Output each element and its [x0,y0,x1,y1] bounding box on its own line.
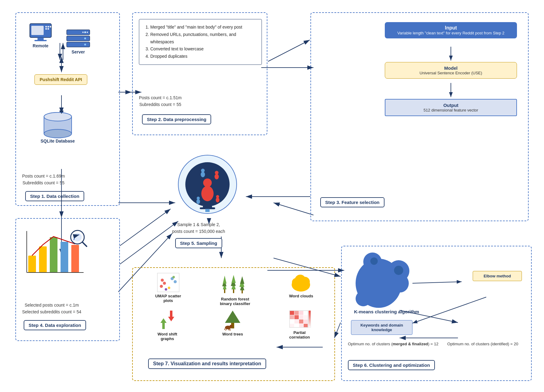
svg-rect-105 [304,311,308,315]
svg-point-67 [160,285,163,288]
svg-rect-117 [304,324,308,327]
svg-line-128 [412,297,486,323]
step1-stats: Posts count = c.1.69mSubreddits count = … [22,173,65,186]
forest-item: Random forestbinary classifier [220,272,250,306]
svg-point-29 [84,37,86,39]
output-box: Output 512 dimensional feature vector [385,99,517,116]
step1-box: Remote Server Pushshift Reddit API [15,12,120,206]
svg-marker-93 [225,311,240,323]
svg-point-96 [230,325,233,328]
cloud-icon [290,272,313,292]
svg-rect-114 [290,324,294,327]
svg-point-48 [215,174,219,179]
wordtree-item: Word trees [220,309,245,341]
svg-rect-113 [304,319,308,323]
svg-rect-115 [294,324,299,327]
svg-line-97 [224,328,225,330]
step4-box: Selected posts count = c.1mSelected subr… [15,218,120,341]
svg-point-32 [85,32,86,33]
scatter-icon [157,272,180,292]
keywords-box: Keywords and domain knowledge [351,320,412,335]
wordcloud-item: Word clouds [289,272,313,306]
step5-label: Step 5. Sampling [175,238,222,248]
correlation-item: Partialcorrelation [288,309,311,341]
svg-point-30 [84,44,86,45]
forest-label: Random forestbinary classifier [220,297,250,306]
step1-label: Step 1. Data collection [25,191,84,201]
umap-label: UMAP scatterplots [155,294,181,303]
input-box: Input Variable length "clean text" for e… [385,22,517,38]
svg-rect-58 [50,237,57,272]
svg-marker-92 [168,311,174,321]
svg-point-69 [161,279,164,282]
person-figure [172,151,243,218]
step2-label: Step 2. Data preprocessing [142,114,211,124]
svg-rect-86 [242,290,243,293]
step6-box: K-means clustering algorithm Elbow metho… [341,246,532,381]
svg-point-52 [216,198,219,202]
svg-point-23 [45,28,47,30]
svg-point-50 [196,199,200,204]
step4-stats: Selected posts count = c.1mSelected subr… [22,302,81,316]
svg-rect-102 [290,311,294,315]
step3-label: Step 3. Feature selection [320,197,384,207]
svg-marker-85 [240,276,244,284]
heatmap-icon [288,309,311,329]
svg-point-33 [87,32,88,33]
model-box: Model Universal Sentence Encoder (USE) [385,62,517,79]
step5-area: Sample 1 & Sample 2,posts count = 150,00… [172,221,225,248]
step5-stats: Sample 1 & Sample 2,posts count = 150,00… [172,221,225,235]
preprocessing-steps: Merged "title" and "main text body" of e… [139,19,262,65]
tree-icon [220,309,245,331]
svg-point-37 [44,112,72,121]
step3-box: Input Variable length "clean text" for e… [310,12,529,221]
step2-stats: Posts count = c.1.51mSubreddits count = … [139,94,182,108]
svg-point-21 [50,26,51,28]
svg-rect-78 [224,289,225,293]
api-label: Pushshift Reddit API [34,74,87,85]
svg-rect-110 [290,319,294,323]
step4-label: Step 4. Data exploration [24,320,86,330]
svg-point-124 [394,266,403,275]
svg-rect-116 [299,324,303,327]
svg-rect-82 [233,289,234,293]
svg-rect-17 [37,37,44,40]
svg-rect-112 [299,319,303,323]
svg-point-74 [165,288,167,291]
svg-point-19 [45,26,47,28]
svg-point-68 [163,282,166,285]
svg-point-121 [392,274,409,292]
svg-rect-55 [205,209,210,212]
svg-rect-104 [299,311,303,315]
svg-point-72 [172,276,175,278]
svg-line-134 [268,40,310,61]
server-icon [65,28,91,48]
svg-rect-56 [28,256,36,272]
svg-point-46 [201,172,205,177]
svg-line-127 [412,282,462,283]
wordshift-item: Word shiftgraphs [157,309,177,341]
elbow-box: Elbow method [473,271,522,281]
svg-line-65 [82,242,87,246]
viz-grid: UMAP scatterplots [136,272,333,341]
svg-rect-107 [294,315,299,319]
svg-marker-81 [231,275,236,283]
svg-point-73 [168,287,170,289]
svg-point-43 [201,186,214,201]
svg-rect-18 [34,40,47,41]
wordtree-label: Word trees [222,332,243,336]
svg-line-140 [334,323,341,338]
svg-point-20 [48,26,49,28]
svg-rect-26 [67,36,90,41]
correlation-label: Partialcorrelation [289,330,310,339]
server-label: Server [65,49,91,54]
svg-line-98 [226,329,227,331]
center-figure [172,151,243,219]
svg-rect-118 [309,311,311,327]
svg-rect-103 [294,311,299,315]
svg-point-90 [295,275,306,286]
svg-rect-57 [39,246,47,272]
svg-marker-77 [223,276,227,284]
svg-rect-24 [31,26,44,35]
svg-rect-106 [290,315,294,319]
